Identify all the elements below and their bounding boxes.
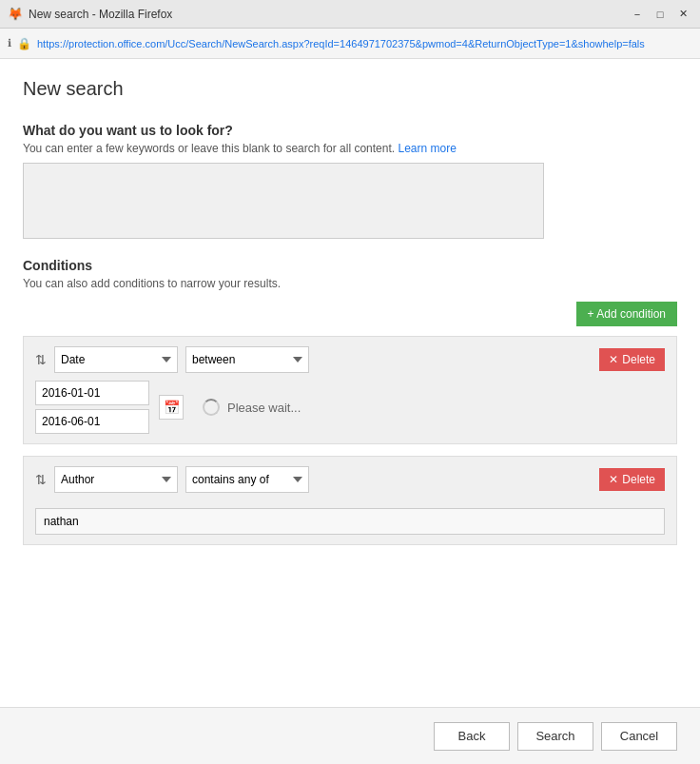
date-inputs-row: 📅 Please wait... (35, 381, 665, 434)
conditions-section: Conditions You can also add conditions t… (23, 258, 677, 545)
date-to-input[interactable] (35, 409, 149, 434)
date-operator-select[interactable]: between (185, 346, 309, 373)
author-value-input[interactable] (35, 508, 665, 535)
delete-x-icon: ✕ (609, 353, 618, 366)
main-content: New search What do you want us to look f… (0, 59, 700, 707)
conditions-subtext: You can also add conditions to narrow yo… (23, 277, 677, 290)
title-bar: 🦊 New search - Mozilla Firefox − □ ✕ (0, 0, 700, 29)
conditions-heading: Conditions (23, 258, 677, 273)
minimize-button[interactable]: − (628, 5, 647, 24)
date-condition-header-row: ⇅ Date between ✕ ✕ Delete Delete (35, 346, 665, 373)
search-button[interactable]: Search (517, 722, 593, 751)
please-wait-text: Please wait... (227, 401, 301, 415)
delete-x-icon-author: ✕ (609, 473, 618, 486)
window-title: New search - Mozilla Firefox (29, 8, 628, 21)
firefox-icon: 🦊 (8, 7, 23, 22)
author-delete-button[interactable]: ✕ Delete (599, 468, 665, 491)
sort-icon-author: ⇅ (35, 472, 47, 487)
keywords-subtext: You can enter a few keywords or leave th… (23, 142, 677, 155)
add-condition-row: + Add condition (23, 302, 677, 336)
sort-icon: ⇅ (35, 352, 47, 367)
loading-spinner (203, 399, 220, 416)
window-controls: − □ ✕ (628, 5, 692, 24)
keywords-section: What do you want us to look for? You can… (23, 123, 677, 239)
date-field-select[interactable]: Date (54, 346, 178, 373)
calendar-glyph: 📅 (164, 400, 180, 415)
please-wait-indicator: Please wait... (203, 399, 301, 416)
close-button[interactable]: ✕ (673, 5, 692, 24)
address-bar: ℹ 🔒 https://protection.office.com/Ucc/Se… (0, 29, 700, 59)
author-field-select[interactable]: Author (54, 466, 178, 493)
add-condition-button[interactable]: + Add condition (576, 302, 677, 326)
date-inputs-col (35, 381, 149, 434)
info-icon: ℹ (8, 37, 11, 49)
keywords-textarea[interactable] (23, 163, 544, 239)
url-text[interactable]: https://protection.office.com/Ucc/Search… (37, 38, 692, 49)
keywords-heading: What do you want us to look for? (23, 123, 677, 138)
back-button[interactable]: Back (434, 722, 510, 751)
date-delete-button[interactable]: ✕ ✕ Delete Delete (599, 348, 665, 371)
author-condition-header-row: ⇅ Author contains any of ✕ Delete (35, 466, 665, 493)
lock-icon: 🔒 (17, 37, 31, 50)
calendar-icon[interactable]: 📅 (159, 395, 184, 420)
author-operator-select[interactable]: contains any of (185, 466, 309, 493)
date-from-input[interactable] (35, 381, 149, 405)
footer: Back Search Cancel (0, 707, 700, 764)
date-condition-block: ⇅ Date between ✕ ✕ Delete Delete (23, 336, 677, 444)
learn-more-link[interactable]: Learn more (398, 142, 456, 155)
page-title: New search (23, 78, 677, 100)
author-condition-block: ⇅ Author contains any of ✕ Delete (23, 456, 677, 545)
maximize-button[interactable]: □ (651, 5, 670, 24)
cancel-button[interactable]: Cancel (601, 722, 677, 751)
